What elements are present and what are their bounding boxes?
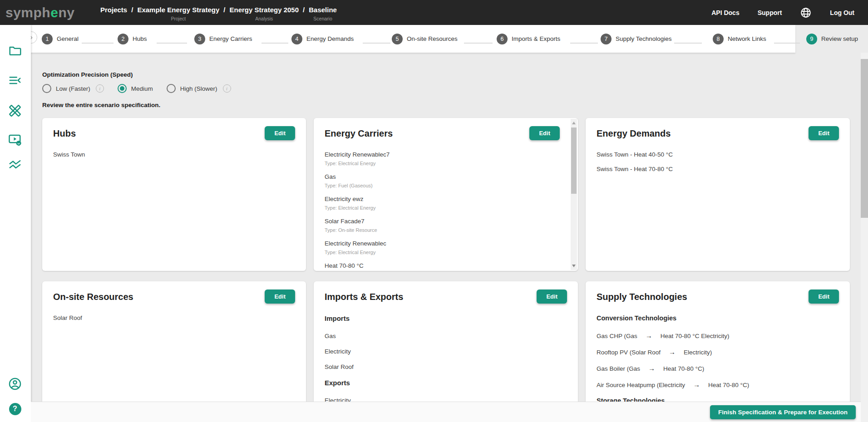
breadcrumb-separator: / xyxy=(223,6,225,14)
arrow-right-icon: → xyxy=(646,332,652,339)
supply-technologies-card: Supply Technologies Edit Conversion Tech… xyxy=(586,281,850,422)
carrier-name: Electricity Renewablec xyxy=(325,240,567,247)
tech-source: Air Source Heatpump (Electricity xyxy=(597,382,685,388)
info-icon[interactable]: i xyxy=(96,84,104,93)
hubs-edit-button[interactable]: Edit xyxy=(265,126,295,140)
optimization-precision-title: Optimization Precision (Speed) xyxy=(42,71,133,78)
page-scrollbar[interactable] xyxy=(861,53,868,422)
design-tools-icon[interactable] xyxy=(7,103,23,118)
results-lines-icon[interactable] xyxy=(7,157,23,172)
step-connector xyxy=(157,43,187,44)
import-item: Solar Roof xyxy=(325,363,567,370)
demand-item: Swiss Town - Heat 40-50 °C xyxy=(597,151,839,158)
radio-low-faster[interactable]: Low (Faster) i xyxy=(42,84,104,93)
breadcrumb-item-analysis[interactable]: Energy Strategy 2050 Analysis xyxy=(229,0,299,21)
breadcrumb-label: Projects xyxy=(100,6,127,14)
supply-technologies-edit-button[interactable]: Edit xyxy=(809,290,839,304)
breadcrumb-item-scenario[interactable]: Baseline Scenario xyxy=(309,0,337,21)
energy-carriers-edit-button[interactable]: Edit xyxy=(529,126,560,140)
tech-output: Heat 70-80 °C) xyxy=(663,365,704,372)
step-number: 7 xyxy=(601,34,612,44)
folder-icon[interactable] xyxy=(7,43,23,59)
support-link[interactable]: Support xyxy=(758,9,782,16)
imports-heading: Imports xyxy=(325,314,567,322)
main-content: Optimization Precision (Speed) Low (Fast… xyxy=(31,53,868,422)
card-title: Imports & Exports xyxy=(325,292,567,302)
help-icon[interactable]: ? xyxy=(7,401,23,417)
api-docs-link[interactable]: API Docs xyxy=(711,9,739,16)
step-connector xyxy=(464,43,493,44)
step-8-network-links[interactable]: 8Network Links xyxy=(713,25,766,53)
menu-open-icon[interactable] xyxy=(7,73,23,88)
step-connector xyxy=(261,43,288,44)
header-actions: API Docs Support Log Out xyxy=(711,0,868,25)
onsite-resources-edit-button[interactable]: Edit xyxy=(265,290,295,304)
scrollbar-thumb[interactable] xyxy=(571,128,577,194)
radio-label: Low (Faster) xyxy=(56,85,90,92)
step-connector xyxy=(774,43,800,44)
breadcrumb-sublabel: Scenario xyxy=(313,16,332,21)
scroll-down-icon[interactable] xyxy=(572,265,576,267)
logout-link[interactable]: Log Out xyxy=(830,9,854,16)
tech-output: Heat 70-80 °C) xyxy=(708,382,749,388)
supply-tech-item: Air Source Heatpump (Electricity→Heat 70… xyxy=(597,381,839,388)
breadcrumb-label: Baseline xyxy=(309,6,337,14)
step-9-review-setup[interactable]: 9Review setup xyxy=(806,25,858,53)
account-icon[interactable] xyxy=(7,376,23,392)
import-item: Electricity xyxy=(325,348,567,355)
breadcrumb-item-project[interactable]: Example Energy Strategy Project xyxy=(137,0,219,21)
carrier-type: Type: Fuel (Gaseous) xyxy=(325,183,567,188)
radio-high-slower[interactable]: High (Slower) i xyxy=(167,84,231,93)
radio-medium[interactable]: Medium xyxy=(118,84,153,93)
imports-exports-card: Imports & Exports Edit Imports Gas Elect… xyxy=(314,281,578,422)
carrier-name: Gas xyxy=(325,173,567,180)
step-connector xyxy=(82,43,113,44)
footer-bar: Finish Specification & Prepare for Execu… xyxy=(31,402,868,422)
step-connector xyxy=(570,43,598,44)
demand-item: Swiss Town - Heat 70-80 °C xyxy=(597,166,839,172)
step-2-hubs[interactable]: 2Hubs xyxy=(118,25,147,53)
carrier-name: Heat 70-80 °C xyxy=(325,262,567,269)
logo-text-pre: symph xyxy=(5,5,50,20)
step-1-general[interactable]: 1General xyxy=(42,25,79,53)
imports-exports-edit-button[interactable]: Edit xyxy=(537,290,567,304)
energy-demands-edit-button[interactable]: Edit xyxy=(809,126,839,140)
hubs-card: Hubs Edit Swiss Town xyxy=(42,118,306,271)
app-header: sympheny Projects / Example Energy Strat… xyxy=(0,0,868,25)
card-scrollbar[interactable] xyxy=(571,119,577,270)
tech-source: Gas Boiler (Gas xyxy=(597,365,640,372)
radio-circle xyxy=(42,84,51,93)
step-3-energy-carriers[interactable]: 3Energy Carriers xyxy=(194,25,252,53)
step-4-energy-demands[interactable]: 4Energy Demands xyxy=(291,25,354,53)
step-5-onsite-resources[interactable]: 5On-site Resources xyxy=(392,25,458,53)
breadcrumb: Projects / Example Energy Strategy Proje… xyxy=(96,0,341,25)
step-6-imports-exports[interactable]: 6Imports & Exports xyxy=(497,25,560,53)
page-scrollbar-thumb[interactable] xyxy=(861,59,868,218)
execution-display-icon[interactable] xyxy=(7,132,23,147)
step-label: Energy Demands xyxy=(306,35,354,42)
carrier-type: Type: On-site Resource xyxy=(325,227,567,233)
review-cards-grid: Hubs Edit Swiss Town Energy Carriers Edi… xyxy=(42,118,850,422)
supply-tech-item: Rooftop PV (Solar Roof→Electricity) xyxy=(597,348,839,356)
step-number: 2 xyxy=(118,34,128,44)
language-globe-icon[interactable] xyxy=(800,7,812,19)
step-number: 8 xyxy=(713,34,724,44)
finish-specification-button[interactable]: Finish Specification & Prepare for Execu… xyxy=(710,405,856,419)
card-title: Energy Demands xyxy=(597,128,839,139)
scroll-up-icon[interactable] xyxy=(572,122,576,124)
tech-output: Heat 70-80 °C Electricity) xyxy=(661,333,730,339)
radio-label: Medium xyxy=(131,85,153,92)
sympheny-logo[interactable]: sympheny xyxy=(0,0,91,25)
arrow-right-icon: → xyxy=(693,381,700,388)
step-7-supply-technologies[interactable]: 7Supply Technologies xyxy=(601,25,672,53)
breadcrumb-label: Energy Strategy 2050 xyxy=(229,6,299,14)
radio-circle xyxy=(118,84,127,93)
card-title: Hubs xyxy=(53,128,295,139)
step-number: 6 xyxy=(497,34,508,44)
carrier-name: Solar Facade7 xyxy=(325,218,567,225)
step-number: 3 xyxy=(194,34,205,44)
step-label: General xyxy=(57,35,79,42)
carrier-name: Electricity ewz xyxy=(325,196,567,202)
breadcrumb-item-projects[interactable]: Projects xyxy=(100,0,127,16)
info-icon[interactable]: i xyxy=(223,84,231,93)
